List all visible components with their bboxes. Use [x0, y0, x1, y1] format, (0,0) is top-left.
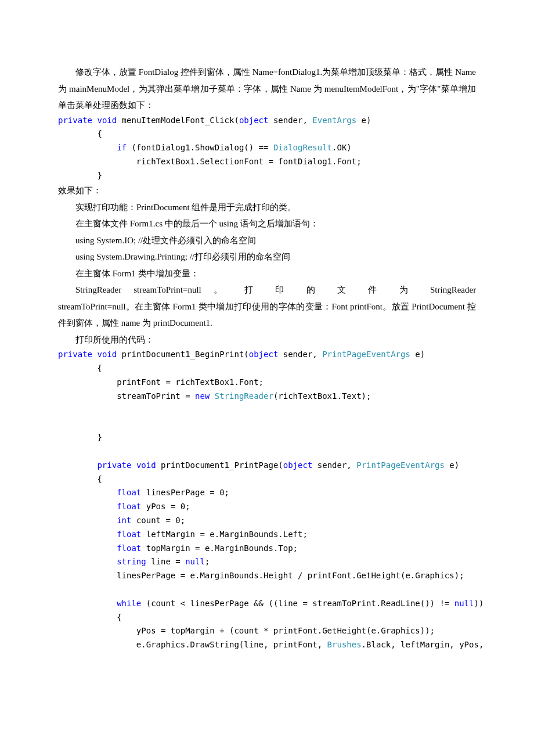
code-line: richTextBox1.SelectionFont = fontDialog1… [58, 155, 476, 169]
code-line: float leftMargin = e.MarginBounds.Left; [58, 528, 476, 542]
code-line [58, 583, 476, 597]
paragraph-6: using System.Drawing.Printing; //打印必须引用的… [58, 249, 476, 265]
paragraph-4: 在主窗体文件 Form1.cs 中的最后一个 using 语句之后增加语句： [58, 215, 476, 232]
code-line [58, 404, 476, 417]
code-line: } [58, 431, 476, 445]
paragraph-1: 修改字体，放置 FontDialog 控件到窗体，属性 Name=fontDia… [58, 64, 476, 114]
code-line: { [58, 362, 476, 376]
code-line: { [58, 127, 476, 141]
paragraph-3: 实现打印功能：PrintDocument 组件是用于完成打印的类。 [58, 199, 476, 216]
code-line: if (fontDialog1.ShowDialog() == DialogRe… [58, 141, 476, 155]
code-line: { [58, 473, 476, 487]
paragraph-8-rest: streamToPrint=null。在主窗体 Form1 类中增加打印使用的字… [58, 298, 476, 332]
code-line: } [58, 169, 476, 183]
code-line: float linesPerPage = 0; [58, 486, 476, 500]
code-line: int count = 0; [58, 514, 476, 528]
paragraph-7: 在主窗体 Form1 类中增加变量： [58, 265, 476, 282]
code-line [58, 417, 476, 431]
code-line: yPos = topMargin + (count * printFont.Ge… [58, 624, 476, 638]
paragraph-2: 效果如下： [58, 182, 476, 199]
paragraph-10: 打印所使用的代码： [58, 332, 476, 348]
code-line: linesPerPage = e.MarginBounds.Height / p… [58, 569, 476, 583]
code-line [58, 445, 476, 459]
code-line: float topMargin = e.MarginBounds.Top; [58, 542, 476, 556]
code-line: e.Graphics.DrawString(line, printFont, B… [58, 638, 476, 652]
code-line: while (count < linesPerPage && ((line = … [58, 597, 476, 611]
code-line: { [58, 611, 476, 625]
paragraph-8-line1: StringReader streamToPrint=null 。 打 印 的 … [58, 282, 476, 298]
paragraph-5: using System.IO; //处理文件必须引入的命名空间 [58, 232, 476, 249]
code-line: float yPos = 0; [58, 500, 476, 514]
code-line: printFont = richTextBox1.Font; [58, 376, 476, 390]
code-line: string line = null; [58, 555, 476, 569]
code-line: streamToPrint = new StringReader(richTex… [58, 390, 476, 404]
code-block-3: private void printDocument1_PrintPage(ob… [58, 459, 476, 473]
code-block-1: private void menuItemModelFont_Click(obj… [58, 114, 476, 128]
code-block-2: private void printDocument1_BeginPrint(o… [58, 348, 476, 362]
